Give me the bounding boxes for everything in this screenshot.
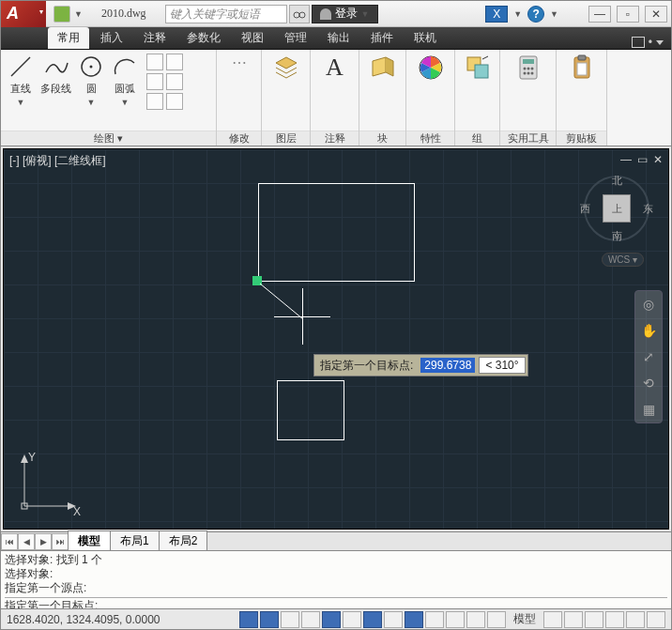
minimize-button[interactable]: — bbox=[588, 6, 611, 23]
command-input[interactable]: 指定第一个目标点: bbox=[5, 597, 667, 608]
chevron-down-icon[interactable]: ▼ bbox=[513, 9, 522, 19]
status-polar-button[interactable] bbox=[301, 611, 320, 628]
dynamic-input-distance[interactable]: 299.6738 bbox=[420, 358, 475, 373]
text-icon[interactable]: A bbox=[326, 54, 344, 82]
panel-draw-label[interactable]: 绘图 ▾ bbox=[1, 131, 216, 146]
block-icon[interactable] bbox=[369, 54, 397, 82]
polyline-button[interactable]: 多段线 bbox=[40, 54, 71, 96]
command-window[interactable]: 选择对象: 找到 1 个 选择对象: 指定第一个源点: 指定第一个目标点: bbox=[1, 550, 671, 608]
binoculars-icon bbox=[293, 8, 306, 21]
status-model-label[interactable]: 模型 bbox=[513, 611, 536, 627]
modify-expand-icon[interactable]: ⋯ bbox=[232, 54, 247, 71]
dynamic-input: 指定第一个目标点: 299.6738 < 310° bbox=[313, 354, 528, 376]
status-grid-button[interactable] bbox=[260, 611, 279, 628]
search-button[interactable] bbox=[289, 5, 310, 23]
drawn-rectangle-small[interactable] bbox=[277, 380, 344, 440]
layout-tab-model[interactable]: 模型 bbox=[68, 530, 111, 552]
drawn-rectangle-large[interactable] bbox=[258, 183, 415, 282]
orbit-icon[interactable]: ⟲ bbox=[639, 374, 658, 392]
status-lwt-button[interactable] bbox=[425, 611, 444, 628]
svg-rect-9 bbox=[523, 59, 534, 64]
zoom-extents-icon[interactable]: ⤢ bbox=[639, 347, 658, 366]
exchange-button[interactable]: X bbox=[485, 6, 508, 23]
pan-icon[interactable]: ✋ bbox=[639, 321, 658, 340]
color-wheel-icon[interactable] bbox=[417, 54, 445, 82]
drawing-canvas[interactable]: [-] [俯视] [二维线框] — ▭ ✕ 上 北 南 西 东 WCS ▾ ◎ … bbox=[3, 148, 669, 530]
status-qp-button[interactable] bbox=[466, 611, 485, 628]
login-button[interactable]: 登录 ▼ bbox=[312, 5, 378, 23]
status-sc-button[interactable] bbox=[487, 611, 506, 628]
status-tray-button[interactable] bbox=[564, 611, 583, 628]
tab-online[interactable]: 联机 bbox=[405, 27, 446, 49]
svg-point-15 bbox=[530, 72, 533, 75]
layout-tab-2[interactable]: 布局2 bbox=[159, 530, 208, 552]
viewport-label[interactable]: [-] [俯视] [二维线框] bbox=[9, 153, 106, 169]
ribbon-state-icon[interactable] bbox=[632, 37, 645, 48]
selection-grip[interactable] bbox=[252, 276, 262, 285]
chevron-down-icon[interactable]: ▼ bbox=[550, 9, 558, 19]
arc-icon bbox=[112, 54, 138, 80]
wcs-dropdown[interactable]: WCS ▾ bbox=[602, 253, 644, 267]
rect-button[interactable] bbox=[146, 54, 163, 70]
app-menu-button[interactable] bbox=[1, 1, 46, 27]
viewport-maximize-icon[interactable]: ▭ bbox=[637, 153, 648, 166]
arc-button[interactable]: 圆弧 ▼ bbox=[111, 54, 139, 107]
ribbon-minimize-icon[interactable] bbox=[656, 40, 664, 45]
hatch-button[interactable] bbox=[166, 73, 183, 90]
viewport-close-icon[interactable]: ✕ bbox=[653, 153, 663, 166]
point-button[interactable] bbox=[146, 93, 163, 110]
close-button[interactable]: ✕ bbox=[645, 6, 667, 23]
layout-first-button[interactable]: ⏮ bbox=[1, 533, 18, 550]
help-button[interactable]: ? bbox=[527, 6, 544, 23]
layers-icon[interactable] bbox=[272, 54, 300, 82]
circle-button[interactable]: 圆 ▼ bbox=[77, 54, 105, 107]
viewport-minimize-icon[interactable]: — bbox=[620, 153, 632, 166]
search-input[interactable]: 键入关键字或短语 bbox=[165, 5, 287, 23]
tab-view[interactable]: 视图 bbox=[232, 27, 273, 49]
status-dyn-button[interactable] bbox=[405, 611, 423, 628]
clipboard-icon[interactable] bbox=[568, 54, 596, 82]
status-ortho-button[interactable] bbox=[281, 611, 299, 628]
status-tray-button[interactable] bbox=[626, 611, 645, 628]
coordinates-readout[interactable]: 1628.4020, 1324.4095, 0.0000 bbox=[7, 613, 160, 626]
status-tray-button[interactable] bbox=[543, 611, 562, 628]
svg-point-0 bbox=[294, 12, 299, 18]
ellipse-button[interactable] bbox=[146, 73, 163, 90]
group-icon[interactable] bbox=[464, 54, 492, 82]
status-3dosnap-button[interactable] bbox=[343, 611, 361, 628]
maximize-button[interactable]: ▫ bbox=[617, 6, 639, 23]
layout-last-button[interactable]: ⏭ bbox=[52, 533, 69, 550]
tab-annotate[interactable]: 注释 bbox=[134, 27, 176, 49]
qat-dropdown-icon[interactable]: ▼ bbox=[74, 9, 83, 19]
layout-prev-button[interactable]: ◀ bbox=[18, 533, 35, 550]
view-cube[interactable]: 上 北 南 西 东 bbox=[584, 176, 649, 241]
tab-parametric[interactable]: 参数化 bbox=[177, 27, 230, 49]
status-tpy-button[interactable] bbox=[446, 611, 465, 628]
tab-manage[interactable]: 管理 bbox=[275, 27, 316, 49]
command-history-line: 选择对象: bbox=[5, 567, 667, 581]
tab-plugins[interactable]: 插件 bbox=[361, 27, 403, 49]
command-history-line: 指定第一个源点: bbox=[5, 581, 667, 595]
showmotion-icon[interactable]: ▦ bbox=[639, 400, 658, 419]
tab-output[interactable]: 输出 bbox=[318, 27, 359, 49]
spline-button[interactable] bbox=[166, 54, 183, 70]
dynamic-input-angle[interactable]: < 310° bbox=[479, 357, 525, 374]
region-button[interactable] bbox=[166, 93, 183, 110]
status-tray-button[interactable] bbox=[605, 611, 624, 628]
status-tray-button[interactable] bbox=[647, 611, 665, 628]
status-snap-button[interactable] bbox=[239, 611, 258, 628]
status-osnap-button[interactable] bbox=[322, 611, 341, 628]
tab-home[interactable]: 常用 bbox=[48, 27, 89, 49]
tab-insert[interactable]: 插入 bbox=[91, 27, 132, 49]
status-ducs-button[interactable] bbox=[384, 611, 403, 628]
layout-tab-bar: ⏮ ◀ ▶ ⏭ 模型 布局1 布局2 bbox=[1, 531, 671, 550]
status-otrack-button[interactable] bbox=[363, 611, 382, 628]
full-nav-wheel-icon[interactable]: ◎ bbox=[639, 295, 658, 314]
viewcube-top-face[interactable]: 上 bbox=[603, 194, 631, 223]
line-button[interactable]: 直线 ▼ bbox=[7, 54, 35, 107]
layout-next-button[interactable]: ▶ bbox=[35, 533, 52, 550]
status-tray-button[interactable] bbox=[585, 611, 603, 628]
calculator-icon[interactable] bbox=[514, 54, 542, 82]
qat-button[interactable] bbox=[53, 6, 70, 23]
layout-tab-1[interactable]: 布局1 bbox=[110, 530, 160, 552]
